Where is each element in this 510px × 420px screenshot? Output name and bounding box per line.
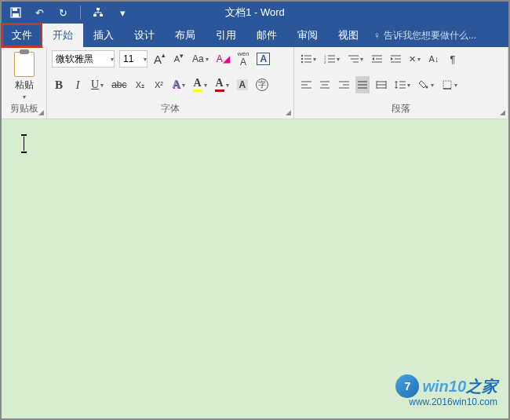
group-clipboard: 粘贴 ▾ 剪贴板 ◢ — [2, 47, 47, 119]
chevron-down-icon: ▾ — [182, 82, 185, 89]
increase-indent-button[interactable] — [388, 50, 403, 68]
chevron-down-icon: ▾ — [100, 82, 104, 89]
shrink-font-button[interactable]: A▾ — [172, 50, 186, 68]
chevron-down-icon: ▾ — [111, 56, 114, 63]
svg-point-7 — [301, 58, 303, 60]
change-case-button[interactable]: Aa▾ — [191, 50, 210, 68]
clipboard-icon — [14, 52, 35, 77]
font-color-button[interactable]: A▾ — [213, 76, 231, 93]
bullets-button[interactable]: ▾ — [299, 50, 318, 68]
group-paragraph: ▾ 123▾ ▾ ✕▾ A↓ ¶ ▾ ▾ ▾ 段落 ◢ — [294, 47, 508, 119]
chevron-down-icon: ▾ — [226, 82, 229, 89]
tab-design[interactable]: 设计 — [124, 24, 165, 47]
subscript-button[interactable]: X₂ — [133, 76, 147, 93]
org-chart-icon[interactable] — [92, 6, 104, 19]
align-justify-button[interactable] — [355, 76, 370, 93]
svg-point-8 — [301, 61, 303, 63]
qat-separator — [80, 5, 81, 20]
paste-button[interactable]: 粘贴 ▾ — [6, 50, 42, 100]
title-bar: ↶ ↻ ▾ 文档1 - Word — [2, 2, 508, 24]
chevron-down-icon: ▾ — [204, 82, 207, 89]
italic-button[interactable]: I — [71, 76, 85, 93]
chevron-down-icon: ▾ — [417, 56, 421, 63]
group-label-paragraph: 段落 — [299, 102, 503, 117]
watermark-brand: win10之家 — [422, 376, 497, 397]
chevron-down-icon: ▾ — [23, 93, 26, 100]
watermark-url: www.2016win10.com — [409, 396, 497, 407]
undo-icon[interactable]: ↶ — [33, 6, 46, 19]
tab-home[interactable]: 开始 — [42, 24, 83, 47]
document-title: 文档1 - Word — [225, 5, 285, 20]
borders-button[interactable]: ▾ — [440, 76, 459, 93]
clear-formatting-button[interactable]: A◢ — [215, 50, 231, 68]
align-right-button[interactable] — [337, 76, 351, 93]
group-label-font: 字体 — [52, 102, 289, 117]
tell-me-placeholder: 告诉我您想要做什么... — [384, 29, 476, 42]
tab-mail[interactable]: 邮件 — [246, 24, 287, 47]
chevron-down-icon: ▾ — [431, 82, 434, 89]
group-label-clipboard: 剪贴板 — [6, 102, 42, 117]
tab-review[interactable]: 审阅 — [287, 24, 328, 47]
svg-point-48 — [426, 86, 428, 89]
svg-text:3: 3 — [324, 60, 326, 64]
clipboard-launcher-icon[interactable]: ◢ — [38, 108, 44, 116]
strikethrough-button[interactable]: abc — [110, 76, 128, 93]
font-name-combo[interactable]: 微软雅黑▾ — [52, 50, 115, 68]
svg-rect-4 — [93, 14, 97, 16]
numbering-button[interactable]: 123▾ — [322, 50, 341, 68]
chevron-down-icon: ▾ — [337, 56, 340, 63]
font-name-value: 微软雅黑 — [56, 53, 93, 66]
save-icon[interactable] — [9, 6, 22, 19]
highlight-button[interactable]: A▾ — [191, 76, 209, 93]
superscript-button[interactable]: X² — [151, 76, 166, 93]
text-effects-button[interactable]: A▾ — [170, 76, 186, 93]
group-font: 微软雅黑▾ 11▾ A▴ A▾ Aa▾ A◢ wénA A B I U▾ abc — [47, 47, 294, 119]
bold-button[interactable]: B — [52, 76, 66, 93]
align-left-button[interactable] — [299, 76, 313, 93]
multilevel-list-button[interactable]: ▾ — [346, 50, 365, 68]
grow-font-button[interactable]: A▴ — [152, 50, 167, 68]
show-marks-button[interactable]: ¶ — [446, 50, 460, 68]
char-border-button[interactable]: A — [255, 50, 271, 68]
distributed-button[interactable] — [374, 76, 388, 93]
text-cursor — [24, 137, 24, 151]
line-spacing-button[interactable]: ▾ — [393, 76, 412, 93]
font-size-combo[interactable]: 11▾ — [119, 50, 148, 68]
shading-button[interactable]: ▾ — [417, 76, 435, 93]
tab-file[interactable]: 文件 — [2, 24, 42, 47]
chevron-down-icon: ▾ — [454, 82, 457, 89]
char-shading-button[interactable]: A — [235, 76, 250, 93]
lightbulb-icon: ♀ — [373, 30, 381, 41]
redo-icon[interactable]: ↻ — [56, 6, 69, 19]
font-size-value: 11 — [123, 53, 133, 64]
document-canvas[interactable]: 7 win10之家 www.2016win10.com — [2, 119, 508, 418]
asian-layout-button[interactable]: ✕▾ — [407, 50, 422, 68]
tell-me-search[interactable]: ♀ 告诉我您想要做什么... — [373, 24, 476, 47]
chevron-down-icon: ▾ — [206, 56, 209, 63]
sort-button[interactable]: A↓ — [427, 50, 441, 68]
decrease-indent-button[interactable] — [370, 50, 384, 68]
phonetic-guide-button[interactable]: wénA — [236, 50, 251, 68]
paste-label: 粘贴 — [15, 79, 34, 92]
font-launcher-icon[interactable]: ◢ — [286, 108, 291, 116]
underline-button[interactable]: U▾ — [89, 76, 105, 93]
chevron-down-icon: ▾ — [360, 56, 363, 63]
tab-references[interactable]: 引用 — [206, 24, 246, 47]
chevron-down-icon: ▾ — [144, 56, 147, 63]
ribbon-tabs: 文件 开始 插入 设计 布局 引用 邮件 审阅 视图 ♀ 告诉我您想要做什么..… — [2, 24, 508, 47]
tab-view[interactable]: 视图 — [328, 24, 369, 47]
watermark-logo-icon: 7 — [395, 374, 419, 398]
ribbon: 粘贴 ▾ 剪贴板 ◢ 微软雅黑▾ 11▾ A▴ A▾ Aa▾ A◢ wénA — [2, 47, 508, 119]
quick-access-toolbar: ↶ ↻ ▾ — [2, 5, 129, 20]
paragraph-launcher-icon[interactable]: ◢ — [500, 108, 505, 116]
chevron-down-icon: ▾ — [407, 82, 410, 89]
svg-point-6 — [301, 55, 303, 57]
watermark: 7 win10之家 www.2016win10.com — [395, 374, 497, 407]
svg-rect-2 — [13, 13, 19, 17]
enclosed-char-button[interactable]: 字 — [254, 76, 270, 93]
qat-customize-icon[interactable]: ▾ — [116, 6, 129, 19]
tab-layout[interactable]: 布局 — [165, 24, 206, 47]
svg-rect-49 — [443, 81, 451, 89]
tab-insert[interactable]: 插入 — [83, 24, 124, 47]
align-center-button[interactable] — [318, 76, 332, 93]
